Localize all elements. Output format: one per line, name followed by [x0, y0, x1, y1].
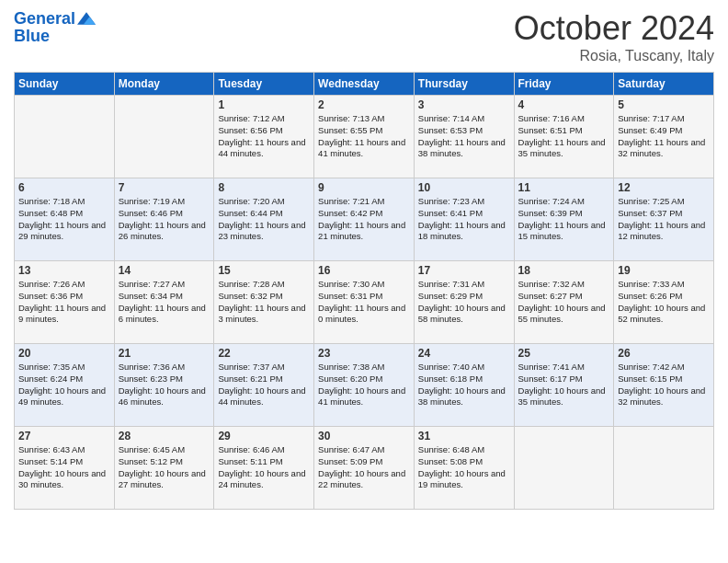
day-number: 20	[18, 347, 110, 360]
calendar-page: General Blue October 2024 Rosia, Tuscany…	[0, 0, 728, 563]
cell-info: Sunrise: 6:43 AM Sunset: 5:14 PM Dayligh…	[18, 444, 110, 491]
cell-info: Sunrise: 7:31 AM Sunset: 6:29 PM Dayligh…	[418, 279, 510, 326]
day-header-friday: Friday	[514, 73, 614, 96]
calendar-cell: 4Sunrise: 7:16 AM Sunset: 6:51 PM Daylig…	[514, 96, 614, 178]
cell-info: Sunrise: 7:21 AM Sunset: 6:42 PM Dayligh…	[318, 196, 410, 243]
calendar-cell: 30Sunrise: 6:47 AM Sunset: 5:09 PM Dayli…	[314, 427, 415, 510]
day-number: 5	[618, 98, 710, 111]
cell-info: Sunrise: 7:19 AM Sunset: 6:46 PM Dayligh…	[119, 196, 210, 243]
calendar-cell: 2Sunrise: 7:13 AM Sunset: 6:55 PM Daylig…	[314, 96, 415, 178]
cell-info: Sunrise: 7:12 AM Sunset: 6:56 PM Dayligh…	[218, 113, 310, 160]
day-number: 2	[318, 98, 410, 111]
calendar-cell: 7Sunrise: 7:19 AM Sunset: 6:46 PM Daylig…	[114, 178, 214, 261]
cell-info: Sunrise: 7:24 AM Sunset: 6:39 PM Dayligh…	[518, 196, 610, 243]
day-number: 13	[18, 264, 110, 277]
calendar-cell	[114, 96, 214, 178]
day-header-saturday: Saturday	[614, 73, 714, 96]
cell-info: Sunrise: 7:41 AM Sunset: 6:17 PM Dayligh…	[518, 362, 610, 408]
calendar-cell: 27Sunrise: 6:43 AM Sunset: 5:14 PM Dayli…	[15, 427, 115, 510]
logo: General Blue	[14, 9, 96, 44]
day-number: 26	[618, 347, 710, 360]
cell-info: Sunrise: 7:17 AM Sunset: 6:49 PM Dayligh…	[618, 113, 710, 160]
day-number: 29	[218, 430, 310, 442]
day-header-sunday: Sunday	[15, 73, 115, 96]
calendar-cell: 10Sunrise: 7:23 AM Sunset: 6:41 PM Dayli…	[414, 178, 514, 261]
cell-info: Sunrise: 7:37 AM Sunset: 6:21 PM Dayligh…	[218, 362, 310, 408]
cell-info: Sunrise: 7:42 AM Sunset: 6:15 PM Dayligh…	[618, 362, 710, 408]
day-number: 10	[418, 181, 510, 194]
logo-blue-text: Blue	[14, 28, 50, 44]
logo-icon	[77, 9, 96, 28]
day-header-wednesday: Wednesday	[314, 73, 415, 96]
day-header-thursday: Thursday	[414, 73, 514, 96]
calendar-cell: 8Sunrise: 7:20 AM Sunset: 6:44 PM Daylig…	[214, 178, 314, 261]
calendar-cell: 5Sunrise: 7:17 AM Sunset: 6:49 PM Daylig…	[614, 96, 714, 178]
week-row-2: 6Sunrise: 7:18 AM Sunset: 6:48 PM Daylig…	[15, 178, 714, 261]
day-number: 28	[119, 430, 210, 442]
calendar-cell: 19Sunrise: 7:33 AM Sunset: 6:26 PM Dayli…	[614, 261, 714, 344]
cell-info: Sunrise: 7:38 AM Sunset: 6:20 PM Dayligh…	[318, 362, 410, 408]
day-number: 8	[218, 181, 310, 194]
cell-info: Sunrise: 7:26 AM Sunset: 6:36 PM Dayligh…	[18, 279, 110, 326]
day-header-monday: Monday	[114, 73, 214, 96]
day-number: 14	[119, 264, 210, 277]
cell-info: Sunrise: 7:23 AM Sunset: 6:41 PM Dayligh…	[418, 196, 510, 243]
day-number: 12	[618, 181, 710, 194]
calendar-table: SundayMondayTuesdayWednesdayThursdayFrid…	[14, 72, 714, 510]
day-number: 21	[119, 347, 210, 360]
location: Rosia, Tuscany, Italy	[514, 48, 714, 64]
day-number: 9	[318, 181, 410, 194]
cell-info: Sunrise: 6:47 AM Sunset: 5:09 PM Dayligh…	[318, 444, 410, 491]
cell-info: Sunrise: 7:28 AM Sunset: 6:32 PM Dayligh…	[218, 279, 310, 326]
calendar-cell: 22Sunrise: 7:37 AM Sunset: 6:21 PM Dayli…	[214, 344, 314, 427]
calendar-cell: 26Sunrise: 7:42 AM Sunset: 6:15 PM Dayli…	[614, 344, 714, 427]
title-block: October 2024 Rosia, Tuscany, Italy	[514, 9, 714, 64]
calendar-cell: 28Sunrise: 6:45 AM Sunset: 5:12 PM Dayli…	[114, 427, 214, 510]
day-number: 6	[18, 181, 110, 194]
day-number: 18	[518, 264, 610, 277]
calendar-cell: 21Sunrise: 7:36 AM Sunset: 6:23 PM Dayli…	[114, 344, 214, 427]
cell-info: Sunrise: 7:32 AM Sunset: 6:27 PM Dayligh…	[518, 279, 610, 326]
cell-info: Sunrise: 7:35 AM Sunset: 6:24 PM Dayligh…	[18, 362, 110, 408]
week-row-1: 1Sunrise: 7:12 AM Sunset: 6:56 PM Daylig…	[15, 96, 714, 178]
day-number: 17	[418, 264, 510, 277]
cell-info: Sunrise: 7:27 AM Sunset: 6:34 PM Dayligh…	[119, 279, 210, 326]
day-number: 27	[18, 430, 110, 442]
cell-info: Sunrise: 7:40 AM Sunset: 6:18 PM Dayligh…	[418, 362, 510, 408]
day-number: 16	[318, 264, 410, 277]
calendar-cell: 14Sunrise: 7:27 AM Sunset: 6:34 PM Dayli…	[114, 261, 214, 344]
day-number: 19	[618, 264, 710, 277]
cell-info: Sunrise: 6:46 AM Sunset: 5:11 PM Dayligh…	[218, 444, 310, 491]
calendar-cell: 1Sunrise: 7:12 AM Sunset: 6:56 PM Daylig…	[214, 96, 314, 178]
calendar-cell: 25Sunrise: 7:41 AM Sunset: 6:17 PM Dayli…	[514, 344, 614, 427]
logo-text: General	[14, 10, 75, 27]
cell-info: Sunrise: 7:25 AM Sunset: 6:37 PM Dayligh…	[618, 196, 710, 243]
calendar-cell: 11Sunrise: 7:24 AM Sunset: 6:39 PM Dayli…	[514, 178, 614, 261]
day-number: 23	[318, 347, 410, 360]
calendar-cell: 15Sunrise: 7:28 AM Sunset: 6:32 PM Dayli…	[214, 261, 314, 344]
week-row-5: 27Sunrise: 6:43 AM Sunset: 5:14 PM Dayli…	[15, 427, 714, 510]
day-number: 11	[518, 181, 610, 194]
cell-info: Sunrise: 6:48 AM Sunset: 5:08 PM Dayligh…	[418, 444, 510, 491]
calendar-cell: 23Sunrise: 7:38 AM Sunset: 6:20 PM Dayli…	[314, 344, 415, 427]
cell-info: Sunrise: 7:33 AM Sunset: 6:26 PM Dayligh…	[618, 279, 710, 326]
month-title: October 2024	[514, 9, 714, 48]
day-number: 1	[218, 98, 310, 111]
calendar-cell: 20Sunrise: 7:35 AM Sunset: 6:24 PM Dayli…	[15, 344, 115, 427]
calendar-cell: 31Sunrise: 6:48 AM Sunset: 5:08 PM Dayli…	[414, 427, 514, 510]
day-number: 24	[418, 347, 510, 360]
calendar-cell: 3Sunrise: 7:14 AM Sunset: 6:53 PM Daylig…	[414, 96, 514, 178]
calendar-cell: 13Sunrise: 7:26 AM Sunset: 6:36 PM Dayli…	[15, 261, 115, 344]
calendar-cell	[614, 427, 714, 510]
header: General Blue October 2024 Rosia, Tuscany…	[14, 9, 714, 64]
cell-info: Sunrise: 7:16 AM Sunset: 6:51 PM Dayligh…	[518, 113, 610, 160]
calendar-cell: 16Sunrise: 7:30 AM Sunset: 6:31 PM Dayli…	[314, 261, 415, 344]
calendar-cell: 18Sunrise: 7:32 AM Sunset: 6:27 PM Dayli…	[514, 261, 614, 344]
cell-info: Sunrise: 7:36 AM Sunset: 6:23 PM Dayligh…	[119, 362, 210, 408]
calendar-cell: 6Sunrise: 7:18 AM Sunset: 6:48 PM Daylig…	[15, 178, 115, 261]
cell-info: Sunrise: 7:13 AM Sunset: 6:55 PM Dayligh…	[318, 113, 410, 160]
day-number: 3	[418, 98, 510, 111]
cell-info: Sunrise: 6:45 AM Sunset: 5:12 PM Dayligh…	[119, 444, 210, 491]
calendar-cell: 17Sunrise: 7:31 AM Sunset: 6:29 PM Dayli…	[414, 261, 514, 344]
day-number: 30	[318, 430, 410, 442]
